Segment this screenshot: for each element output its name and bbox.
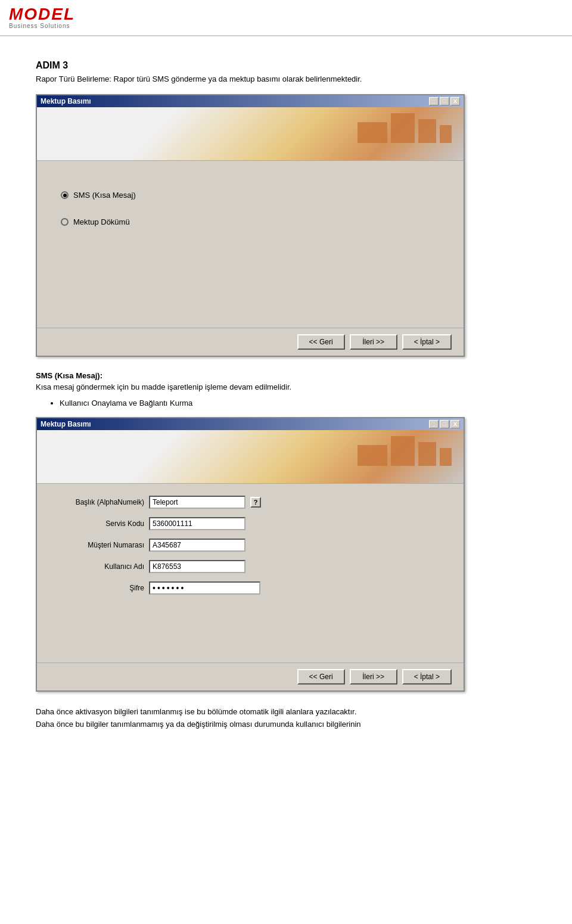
logo-container: MODEL Business Solutions (9, 6, 563, 29)
dialog-2-banner-shape-2 (418, 442, 436, 466)
dialog-2-form: Başlık (AlphaNumeik) ? Servis Kodu Müşte… (37, 484, 464, 662)
dialog-2-banner-decoration (358, 436, 452, 466)
step-heading: ADIM 3 (36, 60, 536, 71)
sms-bullet: Kullanıcı Onaylama ve Bağlantı Kurma (60, 399, 536, 407)
form-row-sifre: Şifre (61, 581, 440, 595)
form-label-kullanici: Kullanıcı Adı (61, 562, 144, 571)
radio-mektup[interactable]: Mektup Dökümü (61, 217, 440, 226)
form-row-musteri: Müşteri Numarası (61, 539, 440, 552)
form-row-kullanici: Kullanıcı Adı (61, 560, 440, 573)
sms-section-desc: Kısa mesaj göndermek için bu madde işare… (36, 382, 536, 391)
form-label-servis: Servis Kodu (61, 519, 144, 528)
banner-shape-2 (418, 119, 436, 143)
main-content: ADIM 3 Rapor Türü Belirleme: Rapor türü … (0, 36, 572, 755)
dialog-2-banner (37, 430, 464, 484)
dialog-2-cancel-button[interactable]: < İptal > (402, 669, 452, 685)
dialog-1-controls: _ □ X (429, 97, 460, 105)
form-input-kullanici[interactable] (149, 560, 245, 573)
bottom-text: Daha önce aktivasyon bilgileri tanımlanm… (36, 706, 536, 731)
radio-sms-label: SMS (Kısa Mesaj) (73, 191, 136, 200)
form-input-servis[interactable] (149, 517, 245, 530)
form-label-musteri: Müşteri Numarası (61, 541, 144, 549)
form-input-baslik[interactable] (149, 496, 245, 509)
logo-model: MODEL (9, 6, 563, 23)
dialog-2-back-button[interactable]: << Geri (297, 669, 345, 685)
dialog-2-footer: << Geri İleri >> < İptal > (37, 662, 464, 690)
dialog-1-footer: << Geri İleri >> < İptal > (37, 328, 464, 356)
radio-mektup-label: Mektup Dökümü (73, 217, 130, 226)
dialog-2-banner-shape-1 (391, 436, 415, 466)
dialog-1-titlebar: Mektup Basımı _ □ X (37, 95, 464, 107)
dialog-2-titlebar: Mektup Basımı _ □ X (37, 418, 464, 430)
dialog-2-title: Mektup Basımı (41, 420, 91, 428)
banner-shape-4 (358, 122, 387, 143)
dialog-1-minimize[interactable]: _ (429, 97, 439, 105)
dialog-2-minimize[interactable]: _ (429, 420, 439, 428)
banner-decoration (358, 113, 452, 143)
form-input-sifre[interactable] (149, 581, 260, 595)
dialog-1: Mektup Basımı _ □ X SMS (Kısa Mesaj) (36, 94, 465, 357)
step-description: Rapor Türü Belirleme: Rapor türü SMS gön… (36, 74, 536, 83)
radio-sms[interactable]: SMS (Kısa Mesaj) (61, 191, 440, 200)
dialog-1-close[interactable]: X (450, 97, 460, 105)
logo-subtitle: Business Solutions (9, 23, 563, 29)
dialog-2-close[interactable]: X (450, 420, 460, 428)
dialog-2-controls: _ □ X (429, 420, 460, 428)
dialog-1-maximize[interactable]: □ (440, 97, 449, 105)
banner-shape-3 (440, 125, 452, 143)
form-row-baslik: Başlık (AlphaNumeik) ? (61, 496, 440, 509)
header: MODEL Business Solutions (0, 0, 572, 36)
dialog-2-banner-shape-3 (440, 448, 452, 466)
bottom-text-line1: Daha önce aktivasyon bilgileri tanımlanm… (36, 706, 536, 718)
radio-sms-input[interactable] (61, 191, 69, 199)
dialog-2-banner-shape-4 (358, 445, 387, 466)
dialog-1-next-button[interactable]: İleri >> (350, 334, 397, 350)
form-label-sifre: Şifre (61, 584, 144, 592)
form-input-musteri[interactable] (149, 539, 245, 552)
form-row-servis: Servis Kodu (61, 517, 440, 530)
dialog-1-cancel-button[interactable]: < İptal > (402, 334, 452, 350)
dialog-1-back-button[interactable]: << Geri (297, 334, 345, 350)
dialog-2: Mektup Basımı _ □ X Başlık (AlphaNumeik)… (36, 417, 465, 692)
radio-mektup-input[interactable] (61, 218, 69, 226)
radio-group: SMS (Kısa Mesaj) Mektup Dökümü (61, 179, 440, 226)
dialog-1-banner (37, 107, 464, 161)
dialog-2-next-button[interactable]: İleri >> (350, 669, 397, 685)
help-button-baslik[interactable]: ? (250, 497, 261, 508)
dialog-1-content: SMS (Kısa Mesaj) Mektup Dökümü (37, 161, 464, 328)
sms-section-heading: SMS (Kısa Mesaj): (36, 371, 536, 380)
dialog-1-title: Mektup Basımı (41, 97, 91, 105)
form-label-baslik: Başlık (AlphaNumeik) (61, 498, 144, 506)
dialog-2-maximize[interactable]: □ (440, 420, 449, 428)
bottom-text-line2: Daha önce bu bilgiler tanımlanmamış ya d… (36, 718, 536, 731)
banner-shape-1 (391, 113, 415, 143)
